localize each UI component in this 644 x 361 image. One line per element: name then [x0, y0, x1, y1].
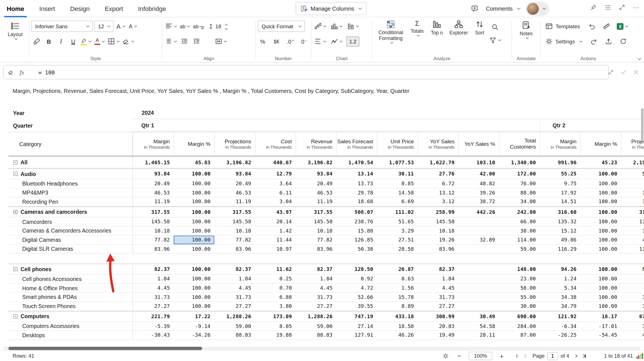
- table-cell[interactable]: 100.00: [580, 226, 621, 235]
- table-cell[interactable]: 27.27: [296, 302, 337, 310]
- table-cell[interactable]: 38.00: [499, 226, 540, 235]
- table-cell[interactable]: 1.56: [377, 284, 418, 292]
- increase-decimal-button[interactable]: .0+: [285, 36, 296, 47]
- row-label[interactable]: Computers Accessories: [8, 322, 133, 330]
- table-cell[interactable]: 747.19: [336, 311, 377, 321]
- decrease-indent-button[interactable]: [179, 36, 190, 47]
- table-cell[interactable]: 100.00: [174, 264, 214, 274]
- table-cell[interactable]: 31.73: [418, 293, 458, 301]
- table-cell[interactable]: 28.11: [458, 331, 499, 339]
- decrease-font-button[interactable]: A: [127, 20, 138, 32]
- text-overflow-button[interactable]: ab: [179, 20, 191, 32]
- table-cell[interactable]: 1,288.26: [296, 311, 337, 321]
- collapse-row-icon[interactable]: [13, 160, 18, 164]
- settings-button[interactable]: Settings: [543, 36, 585, 47]
- increase-font-button[interactable]: A: [115, 20, 126, 32]
- table-cell[interactable]: 55.25: [621, 169, 644, 179]
- more-options-button[interactable]: ⋯: [631, 1, 642, 13]
- table-cell[interactable]: -26.25: [540, 331, 581, 339]
- table-cell[interactable]: 20.49: [133, 179, 174, 188]
- table-cell[interactable]: 100.00: [580, 264, 621, 274]
- table-cell[interactable]: -6.34: [540, 322, 581, 330]
- zoom-level[interactable]: 100%: [469, 352, 492, 360]
- row-label[interactable]: Camcorders: [8, 217, 133, 226]
- table-cell[interactable]: 9.75: [621, 179, 644, 188]
- table-cell[interactable]: 54.58: [458, 322, 499, 330]
- page-input[interactable]: [547, 352, 558, 360]
- table-cell[interactable]: 42.00: [458, 169, 499, 179]
- table-cell[interactable]: 145.58: [418, 217, 458, 226]
- line-chart-button[interactable]: [330, 36, 343, 47]
- column-header[interactable]: Costin Thousands: [255, 132, 296, 156]
- table-cell[interactable]: 34.00: [499, 197, 540, 206]
- column-header[interactable]: Projectionsin Thousands: [214, 132, 255, 156]
- table-cell[interactable]: 20.14: [255, 217, 296, 226]
- highlight-color-button[interactable]: [80, 36, 92, 47]
- table-cell[interactable]: 300.99: [418, 311, 458, 321]
- table-cell[interactable]: 46.53: [133, 188, 174, 197]
- table-cell[interactable]: 0.25: [255, 275, 296, 283]
- table-cell[interactable]: 45.83: [174, 157, 214, 168]
- row-label[interactable]: All: [8, 157, 133, 168]
- table-cell[interactable]: 991.96: [540, 157, 581, 168]
- table-cell[interactable]: 15.88: [336, 226, 377, 235]
- table-cell[interactable]: 121.92: [540, 311, 581, 321]
- tab-insert[interactable]: Insert: [39, 0, 55, 17]
- table-cell[interactable]: 83.96: [418, 245, 458, 253]
- table-cell[interactable]: 39.26: [458, 188, 499, 197]
- format-painter-button[interactable]: [32, 36, 42, 47]
- table-cell[interactable]: 46.26: [377, 331, 418, 339]
- table-cell[interactable]: [458, 264, 499, 274]
- table-cell[interactable]: 10.97: [255, 245, 296, 253]
- column-header[interactable]: Marginin Thousands: [133, 132, 174, 156]
- table-cell[interactable]: 3.04: [255, 197, 296, 206]
- table-cell[interactable]: 4.45: [418, 284, 458, 292]
- quick-format-select[interactable]: Quick Format: [258, 21, 305, 32]
- table-cell[interactable]: 38.72: [458, 197, 499, 206]
- table-cell[interactable]: 18.68: [336, 197, 377, 206]
- table-cell[interactable]: 317.55: [133, 207, 174, 217]
- table-cell[interactable]: 3.80: [255, 302, 296, 310]
- table-cell[interactable]: 10.18: [133, 226, 174, 235]
- vertical-align-button[interactable]: [164, 36, 177, 47]
- row-label[interactable]: Computers: [8, 311, 133, 321]
- table-cell[interactable]: 3,196.82: [296, 157, 337, 168]
- table-cell[interactable]: 27.14: [336, 322, 377, 330]
- table-cell[interactable]: 6.69: [377, 197, 418, 206]
- table-cell[interactable]: 10.18: [214, 226, 255, 235]
- table-cell[interactable]: 100.00: [174, 284, 214, 292]
- quarter-2-header[interactable]: Qtr 2: [540, 119, 644, 132]
- table-cell[interactable]: 1.24: [621, 275, 644, 283]
- table-cell[interactable]: 30.49: [458, 311, 499, 321]
- vertical-scrollbar[interactable]: [641, 108, 644, 140]
- account-menu[interactable]: [526, 1, 549, 16]
- horizontal-scrollbar[interactable]: [3, 347, 641, 350]
- table-cell[interactable]: 46.53: [214, 188, 255, 197]
- table-cell[interactable]: 1.84: [296, 275, 337, 283]
- prev-page-button[interactable]: [522, 355, 530, 357]
- table-cell[interactable]: 49.86: [540, 235, 581, 244]
- column-header[interactable]: YoY Sales %: [458, 132, 499, 156]
- table-cell[interactable]: 46.53: [296, 188, 337, 197]
- table-cell[interactable]: 221.79: [133, 311, 174, 321]
- table-cell[interactable]: 83.96: [133, 245, 174, 253]
- expand-window-button[interactable]: [617, 1, 628, 13]
- table-cell[interactable]: 100.00: [174, 169, 214, 179]
- table-cell[interactable]: 433.18: [377, 311, 418, 321]
- table-cell[interactable]: 52.66: [336, 293, 377, 301]
- table-cell[interactable]: 100.00: [580, 207, 621, 217]
- manage-columns-button[interactable]: Manage Columns: [296, 2, 367, 15]
- table-cell[interactable]: 18.58: [377, 322, 418, 330]
- table-cell[interactable]: 55.25: [540, 169, 581, 179]
- table-cell[interactable]: 135.32: [540, 217, 581, 226]
- table-cell[interactable]: 11.44: [255, 235, 296, 244]
- table-cell[interactable]: 2,193.15: [621, 157, 644, 168]
- table-cell[interactable]: 6.88: [255, 293, 296, 301]
- tab-home[interactable]: Home: [7, 0, 24, 17]
- table-cell[interactable]: 82.37: [296, 264, 337, 274]
- table-cell[interactable]: 77.82: [296, 235, 337, 244]
- table-cell[interactable]: 284.00: [499, 322, 540, 330]
- table-cell[interactable]: 13.12: [418, 188, 458, 197]
- next-page-button[interactable]: [572, 355, 579, 357]
- undo-button[interactable]: [587, 20, 597, 32]
